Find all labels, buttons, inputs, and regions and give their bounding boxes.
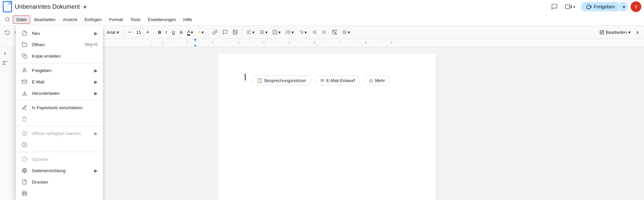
document-title: Unbenanntes Dokument	[15, 3, 80, 10]
menu-item-email[interactable]: E-Mail ▶	[16, 76, 103, 87]
font-size-decrease[interactable]: −	[125, 28, 133, 36]
svg-rect-1	[8, 3, 9, 5]
neu-label: Neu	[32, 31, 92, 36]
menu-item-herunterladen[interactable]: Herunterladen ▶	[16, 87, 103, 99]
text-color-icon: A	[187, 29, 190, 36]
besprechungsnotizen-icon: 📋	[257, 78, 262, 83]
comments-button[interactable]	[549, 1, 560, 12]
font-select[interactable]: Arial ▾	[105, 29, 121, 36]
sidebar-left	[0, 47, 10, 200]
email-entwurf-pill[interactable]: ✉ E-Mail-Entwurf	[315, 75, 360, 85]
herunterladen-label: Herunterladen	[32, 91, 92, 96]
svg-text:6: 6	[314, 41, 316, 44]
besprechungsnotizen-pill[interactable]: 📋 Besprechungsnotizen	[252, 75, 311, 85]
menu-einfuegen[interactable]: Einfügen	[81, 16, 105, 23]
divider-1	[16, 63, 103, 63]
menu-hilfe[interactable]: Hilfe	[180, 16, 196, 23]
divider-4	[16, 152, 103, 152]
menu-datei[interactable]: Datei	[13, 15, 30, 24]
numbered-list-button[interactable]: ▾	[297, 28, 309, 36]
collapse-toolbar-button[interactable]: ∧	[634, 28, 641, 36]
strikethrough-button[interactable]: S	[178, 28, 185, 36]
undo-button[interactable]	[3, 28, 12, 36]
clear-format-button[interactable]	[330, 28, 339, 36]
search-button[interactable]	[3, 15, 12, 23]
decrease-indent-button[interactable]	[310, 28, 319, 36]
email-entwurf-label: E-Mail-Entwurf	[326, 78, 355, 83]
increase-indent-button[interactable]	[320, 28, 329, 36]
docs-logo	[3, 1, 12, 12]
menu-item-papierkorb	[16, 113, 103, 125]
outline-icon[interactable]	[1, 59, 9, 67]
mehr-pill[interactable]: ◎ Mehr	[364, 75, 390, 85]
more-options-button[interactable]: ▾	[340, 28, 352, 36]
share-button-group: Freigeben ▾	[581, 2, 628, 11]
font-size-value[interactable]: 11	[133, 28, 144, 36]
herunterladen-arrow: ▶	[94, 91, 98, 96]
underline-button[interactable]: U	[170, 28, 177, 36]
bearbeiten-arrow: ▾	[628, 30, 631, 35]
svg-text:-1: -1	[161, 41, 164, 44]
svg-rect-68	[24, 55, 27, 58]
menu-item-offline[interactable]	[16, 139, 103, 150]
share-button[interactable]: Freigeben	[581, 2, 620, 11]
menu-item-umbenennen[interactable]: In Papierkorb verschieben	[16, 102, 103, 113]
star-icon[interactable]: ★	[83, 4, 87, 10]
menu-bearbeiten[interactable]: Bearbeiten	[31, 16, 59, 23]
share-dropdown-button[interactable]: ▾	[620, 2, 628, 11]
sprache-icon	[21, 167, 28, 174]
kopie-label: Kopie erstellen	[32, 54, 98, 59]
svg-text:·: ·	[352, 41, 353, 44]
video-call-button[interactable]: ▾	[562, 2, 578, 11]
papierkorb-icon	[21, 116, 28, 122]
menu-item-freigeben[interactable]: Freigeben ▶	[16, 65, 103, 76]
freigeben-label: Freigeben	[32, 68, 92, 73]
toolbar-divider-5	[154, 28, 154, 36]
menu-tools[interactable]: Tools	[127, 16, 144, 23]
more-arrow: ▾	[348, 30, 350, 35]
highlight-button[interactable]: A ▾	[196, 28, 206, 36]
details-icon	[21, 156, 28, 162]
menu-item-neu[interactable]: Neu ▶	[16, 27, 103, 39]
svg-text:9: 9	[390, 41, 392, 44]
menu-format[interactable]: Format	[106, 16, 126, 23]
toolbar-right-area: Bearbeiten ▾ ∧	[596, 28, 641, 36]
align-button[interactable]: ▾	[244, 28, 257, 36]
svg-point-15	[234, 31, 234, 32]
svg-rect-5	[5, 8, 7, 8]
italic-button[interactable]: I	[164, 28, 169, 36]
kopie-icon	[21, 53, 28, 59]
menu-item-oeffnen[interactable]: Öffnen Strg+O	[16, 39, 103, 50]
line-spacing-button[interactable]: ▾	[257, 28, 270, 36]
checklist-button[interactable]: ▾	[270, 28, 283, 36]
toolbar-divider-7	[242, 28, 242, 36]
menu-ansicht[interactable]: Ansicht	[59, 16, 80, 23]
bearbeiten-button[interactable]: Bearbeiten ▾	[596, 28, 634, 36]
details-label: Sprache	[32, 157, 98, 162]
bold-button[interactable]: B	[156, 28, 163, 36]
link-button[interactable]	[210, 28, 220, 36]
comment-button[interactable]	[220, 28, 230, 36]
text-color-button[interactable]: A ▾	[185, 28, 195, 37]
svg-text:1: 1	[186, 41, 188, 44]
document-page[interactable]: 📋 Besprechungsnotizen ✉ E-Mail-Entwurf ◎…	[218, 54, 436, 200]
bullet-list-button[interactable]: ▾	[283, 28, 296, 36]
menu-item-versionsverlauf: Offline verfügbar machen ▶	[16, 128, 103, 139]
svg-point-26	[286, 32, 286, 32]
numbered-arrow: ▾	[305, 30, 307, 35]
menu-item-seiteneinrichtung[interactable]: Drucken	[16, 176, 103, 188]
menu-item-details: Sprache	[16, 153, 103, 165]
font-size-increase[interactable]: +	[144, 28, 152, 36]
svg-rect-3	[5, 6, 8, 6]
menu-item-sprache[interactable]: Seiteneinrichtung ▶	[16, 165, 103, 176]
menu-item-kopie[interactable]: Kopie erstellen	[16, 50, 103, 62]
svg-point-27	[286, 33, 286, 34]
menu-item-drucken[interactable]	[16, 188, 103, 199]
divider-3	[16, 126, 103, 126]
image-button[interactable]	[230, 28, 240, 36]
svg-text:·: ·	[301, 41, 302, 44]
email-label: E-Mail	[32, 79, 92, 84]
sidebar-collapse-icon[interactable]	[1, 50, 9, 58]
menu-erweiterungen[interactable]: Erweiterungen	[145, 16, 179, 23]
user-avatar[interactable]: Y	[631, 1, 641, 12]
